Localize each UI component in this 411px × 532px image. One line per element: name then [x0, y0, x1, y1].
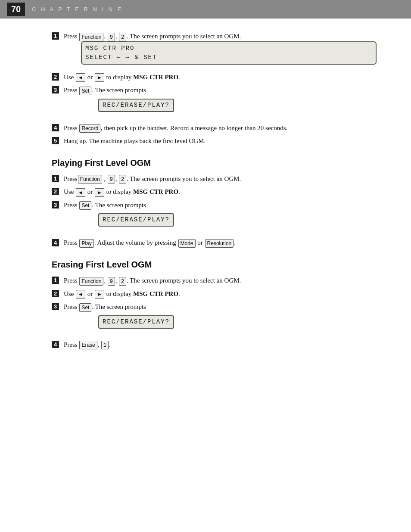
playing-step-num-box-2: 2: [52, 188, 59, 195]
erasing-step-4: 4 Press Erase, 1.: [52, 340, 377, 350]
page-header: 70 C H A P T E R N I N E: [0, 0, 411, 19]
playing-lcd-display-3: REC/ERASE/PLAY?: [81, 210, 377, 230]
section-playing: Playing First Level OGM 1 PressFunction …: [52, 158, 377, 248]
playing-lcd-small-3: REC/ERASE/PLAY?: [98, 213, 174, 227]
playing-step-3: 3 Press Set. The screen prompts REC/ERAS…: [52, 200, 377, 235]
erasing-step-num-box-3: 3: [52, 303, 59, 310]
step-num-box-5: 5: [52, 137, 59, 144]
e-key-right-2: ►: [95, 290, 104, 299]
key-record-4: Record: [79, 124, 100, 133]
e-key-2-1: 2: [119, 277, 126, 286]
lcd-display-1: MSG CTR PRO SELECT ← → & SET: [81, 41, 377, 65]
erasing-lcd-display-3: REC/ERASE/PLAY?: [81, 312, 377, 332]
erasing-step-num-1: 1: [52, 276, 64, 284]
playing-step-2: 2 Use ◄ or ► to display MSG CTR PRO.: [52, 187, 377, 197]
step-2-content: Use ◄ or ► to display MSG CTR PRO.: [64, 72, 377, 82]
step-num-box-2: 2: [52, 73, 59, 81]
playing-step-num-box-4: 4: [52, 239, 59, 246]
step-2-bold: MSG CTR PRO: [133, 74, 178, 81]
p-key-left-2: ◄: [76, 188, 85, 197]
playing-step-2-content: Use ◄ or ► to display MSG CTR PRO.: [64, 187, 377, 197]
step-num-3: 3: [52, 85, 64, 93]
step-4: 4 Press Record, then pick up the handset…: [52, 123, 377, 133]
step-num-4: 4: [52, 123, 64, 131]
p-key-right-2: ►: [95, 188, 104, 197]
step-1: 1 Press Function, 9, 2. The screen promp…: [52, 31, 377, 69]
erasing-lcd-small-3: REC/ERASE/PLAY?: [98, 315, 174, 329]
step-1-text: Press Function, 9, 2. The screen prompts…: [64, 33, 241, 40]
step-num-box-1: 1: [52, 32, 59, 40]
section-title-erasing: Erasing First Level OGM: [52, 260, 377, 270]
step-num-box-3: 3: [52, 86, 59, 93]
lcd-display-3: REC/ERASE/PLAY?: [81, 95, 377, 115]
erasing-step-num-4: 4: [52, 340, 64, 348]
erasing-step-3: 3 Press Set. The screen prompts REC/ERAS…: [52, 302, 377, 336]
playing-step-1-content: PressFunction , 9, 2. The screen prompts…: [64, 174, 377, 184]
step-num-2: 2: [52, 72, 64, 81]
erasing-step-1-content: Press Function, 9, 2. The screen prompts…: [64, 276, 377, 286]
main-content: 1 Press Function, 9, 2. The screen promp…: [0, 19, 411, 370]
lcd-small-3: REC/ERASE/PLAY?: [98, 99, 174, 112]
e-key-erase-4: Erase: [79, 341, 97, 349]
lcd-outer-1: MSG CTR PRO SELECT ← → & SET: [81, 41, 377, 65]
step-5-content: Hang up. The machine plays back the firs…: [64, 136, 377, 146]
p-key-mode-4: Mode: [178, 239, 196, 248]
key-9: 9: [108, 33, 115, 41]
erasing-step-num-box-1: 1: [52, 277, 59, 284]
e-key-set-3: Set: [79, 303, 91, 312]
step-4-content: Press Record, then pick up the handset. …: [64, 123, 377, 133]
erasing-step-1: 1 Press Function, 9, 2. The screen promp…: [52, 276, 377, 286]
playing-step-num-2: 2: [52, 187, 64, 195]
lcd-line-1a: MSG CTR PRO: [85, 44, 372, 53]
e-key-left-2: ◄: [76, 290, 85, 299]
key-right-arrow-2: ►: [95, 73, 104, 82]
step-num-5: 5: [52, 136, 64, 144]
step-num-box-4: 4: [52, 124, 59, 131]
erasing-step-num-box-2: 2: [52, 290, 59, 297]
p-key-resolution-4: Resolution: [205, 239, 234, 248]
p-key-9-1: 9: [108, 175, 115, 184]
playing-step-4: 4 Press Play. Adjust the volume by press…: [52, 238, 377, 248]
section-recording: 1 Press Function, 9, 2. The screen promp…: [52, 31, 377, 146]
step-3-content: Press Set. The screen prompts REC/ERASE/…: [64, 85, 377, 120]
p-key-play-4: Play: [79, 239, 93, 248]
playing-step-2-bold: MSG CTR PRO: [133, 188, 178, 195]
step-1-content: Press Function, 9, 2. The screen prompts…: [64, 31, 377, 69]
erasing-step-num-2: 2: [52, 289, 64, 297]
step-5: 5 Hang up. The machine plays back the fi…: [52, 136, 377, 146]
key-function: Function: [79, 33, 103, 41]
playing-step-num-3: 3: [52, 200, 64, 208]
erasing-step-2-content: Use ◄ or ► to display MSG CTR PRO.: [64, 289, 377, 299]
p-key-set-3: Set: [79, 201, 91, 210]
erasing-step-4-content: Press Erase, 1.: [64, 340, 377, 350]
playing-step-num-box-1: 1: [52, 175, 59, 182]
section-erasing: Erasing First Level OGM 1 Press Function…: [52, 260, 377, 349]
erasing-step-num-box-4: 4: [52, 341, 59, 348]
playing-step-4-content: Press Play. Adjust the volume by pressin…: [64, 238, 377, 248]
chapter-label: C H A P T E R N I N E: [32, 6, 123, 12]
playing-step-num-box-3: 3: [52, 201, 59, 208]
lcd-line-1b: SELECT ← → & SET: [85, 53, 372, 62]
p-key-function-1: Function: [78, 175, 102, 184]
e-key-function-1: Function: [79, 277, 103, 286]
playing-step-3-content: Press Set. The screen prompts REC/ERASE/…: [64, 200, 377, 235]
step-num-1: 1: [52, 31, 64, 40]
step-2: 2 Use ◄ or ► to display MSG CTR PRO.: [52, 72, 377, 82]
section-title-playing: Playing First Level OGM: [52, 158, 377, 168]
step-3: 3 Press Set. The screen prompts REC/ERAS…: [52, 85, 377, 120]
key-set-3: Set: [79, 87, 91, 95]
erasing-step-2-bold: MSG CTR PRO: [133, 290, 178, 297]
p-key-2-1: 2: [119, 175, 126, 184]
key-2: 2: [119, 33, 126, 41]
playing-step-num-4: 4: [52, 238, 64, 246]
page-number: 70: [7, 3, 25, 16]
playing-step-1: 1 PressFunction , 9, 2. The screen promp…: [52, 174, 377, 184]
erasing-step-2: 2 Use ◄ or ► to display MSG CTR PRO.: [52, 289, 377, 299]
key-left-arrow-2: ◄: [76, 73, 85, 82]
e-key-1-4: 1: [101, 341, 109, 349]
playing-step-num-1: 1: [52, 174, 64, 182]
erasing-step-3-content: Press Set. The screen prompts REC/ERASE/…: [64, 302, 377, 336]
e-key-9-1: 9: [108, 277, 115, 286]
erasing-step-num-3: 3: [52, 302, 64, 310]
